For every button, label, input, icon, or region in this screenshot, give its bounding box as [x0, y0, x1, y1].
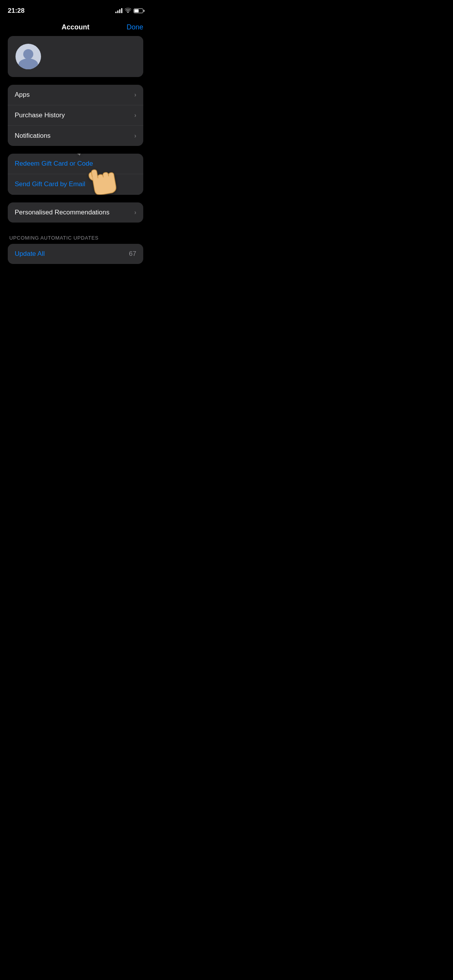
purchase-history-chevron-icon: ›	[134, 112, 136, 119]
redeem-gift-card-label: Redeem Gift Card or Code	[15, 160, 93, 168]
redeem-gift-card-item[interactable]: Redeem Gift Card or Code	[8, 154, 143, 174]
send-gift-card-label: Send Gift Card by Email	[15, 180, 85, 188]
personalised-recommendations-item[interactable]: Personalised Recommendations ›	[8, 202, 143, 223]
status-bar: 21:28	[0, 0, 151, 19]
avatar-body	[19, 58, 38, 69]
status-icons	[115, 8, 143, 14]
notifications-chevron-icon: ›	[134, 132, 136, 139]
apps-chevron-icon: ›	[134, 91, 136, 98]
personalised-recommendations-group: Personalised Recommendations ›	[8, 202, 143, 223]
update-all-item[interactable]: Update All 67	[8, 244, 143, 264]
wifi-icon	[125, 8, 131, 14]
signal-icon	[115, 9, 122, 13]
apps-label: Apps	[15, 91, 30, 99]
page-title: Account	[62, 23, 89, 31]
update-all-label: Update All	[15, 250, 45, 258]
apps-menu-item[interactable]: Apps ›	[8, 85, 143, 105]
send-gift-card-item[interactable]: Send Gift Card by Email	[8, 174, 143, 195]
personalised-chevron-icon: ›	[134, 209, 136, 216]
upcoming-updates-section: UPCOMING AUTOMATIC UPDATES Update All 67	[8, 230, 143, 264]
notifications-label: Notifications	[15, 132, 51, 140]
main-menu-group: Apps › Purchase History › Notifications …	[8, 85, 143, 146]
updates-section-label: UPCOMING AUTOMATIC UPDATES	[8, 230, 143, 244]
purchase-history-menu-item[interactable]: Purchase History ›	[8, 105, 143, 126]
personalised-recommendations-label: Personalised Recommendations	[15, 209, 110, 216]
notifications-menu-item[interactable]: Notifications ›	[8, 126, 143, 146]
purchase-history-label: Purchase History	[15, 111, 65, 119]
avatar-head	[23, 49, 33, 59]
status-time: 21:28	[8, 7, 24, 15]
update-count: 67	[129, 250, 136, 258]
battery-icon	[134, 9, 143, 13]
avatar	[15, 44, 41, 69]
main-content: Apps › Purchase History › Notifications …	[0, 36, 151, 264]
gift-card-group: Redeem Gift Card or Code Send Gift Card …	[8, 154, 143, 195]
profile-card[interactable]	[8, 36, 143, 77]
done-button[interactable]: Done	[127, 23, 143, 31]
update-all-group: Update All 67	[8, 244, 143, 264]
nav-bar: Account Done	[0, 19, 151, 36]
